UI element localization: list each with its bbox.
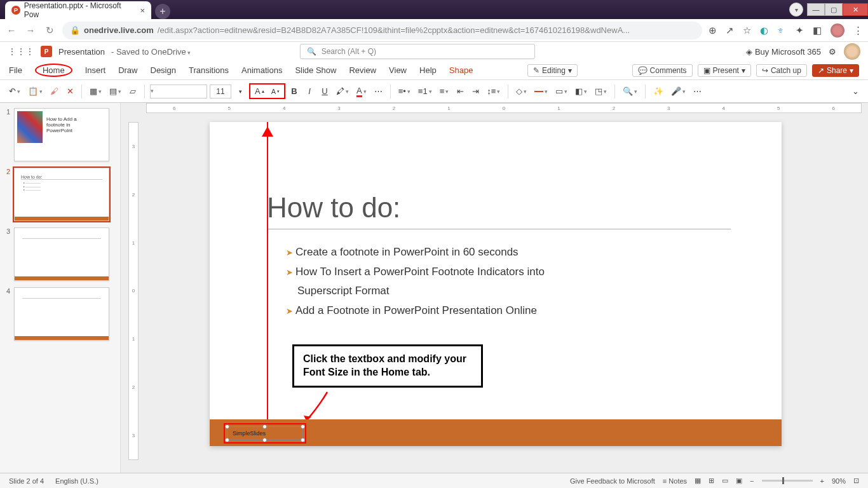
zoom-out-icon[interactable]: − xyxy=(750,477,754,485)
tab-review[interactable]: Review xyxy=(349,64,376,76)
tab-animations[interactable]: Animations xyxy=(241,64,282,76)
tab-design[interactable]: Design xyxy=(151,64,176,76)
underline-button[interactable]: U xyxy=(318,85,331,97)
catchup-button[interactable]: ↪ Catch up xyxy=(756,64,807,77)
new-tab-button[interactable]: + xyxy=(155,4,170,19)
tab-slideshow[interactable]: Slide Show xyxy=(295,64,336,76)
present-button[interactable]: ▣ Present ▾ xyxy=(698,64,751,77)
tab-draw[interactable]: Draw xyxy=(118,64,137,76)
quick-styles-button[interactable]: ◳ xyxy=(592,85,609,97)
undo-button[interactable]: ↶ xyxy=(6,85,23,97)
view-sorter-icon[interactable]: ⊞ xyxy=(709,477,714,485)
app-launcher-icon[interactable]: ⋮⋮⋮ xyxy=(8,46,34,57)
feedback-link[interactable]: Give Feedback to Microsoft xyxy=(570,477,655,485)
slide-canvas-area[interactable]: 6543210123456 3210123 How to do: ➤Create… xyxy=(121,103,868,473)
zoom-in-icon[interactable]: + xyxy=(820,477,824,485)
bold-button[interactable]: B xyxy=(288,85,301,97)
slide-count-label[interactable]: Slide 2 of 4 xyxy=(9,477,44,485)
ribbon-collapse-icon[interactable]: ⌄ xyxy=(849,85,862,97)
tab-transitions[interactable]: Transitions xyxy=(189,64,229,76)
tab-home[interactable]: Home xyxy=(35,64,72,77)
find-button[interactable]: 🔍 xyxy=(620,85,640,97)
tab-view[interactable]: View xyxy=(389,64,407,76)
slide-title-text[interactable]: How to do: xyxy=(267,192,731,229)
window-close[interactable]: ✕ xyxy=(843,3,868,16)
layout-button[interactable]: ▤ xyxy=(107,85,124,97)
slide-body-text[interactable]: ➤Create a footnote in PowerPoint in 60 s… xyxy=(286,243,545,320)
zoom-slider[interactable] xyxy=(762,480,813,482)
toolbar-overflow-icon[interactable]: ⋯ xyxy=(691,85,704,97)
view-normal-icon[interactable]: ▦ xyxy=(695,477,701,485)
footnote-text[interactable]: SimpleSlides xyxy=(226,430,266,437)
grow-font-button[interactable]: A▴ xyxy=(252,85,267,97)
font-size-dropdown[interactable]: ▾ xyxy=(234,87,247,96)
font-color-button[interactable]: A xyxy=(354,85,369,98)
slide-editor[interactable]: How to do: ➤Create a footnote in PowerPo… xyxy=(210,122,782,446)
window-minimize[interactable]: — xyxy=(807,3,825,16)
zoom-icon[interactable]: ⊕ xyxy=(709,25,717,36)
delete-icon[interactable]: ✕ xyxy=(64,85,76,97)
language-label[interactable]: English (U.S.) xyxy=(55,477,98,485)
arrange-button[interactable]: ◧ xyxy=(573,85,590,97)
tab-shape[interactable]: Shape xyxy=(449,64,473,76)
ext-icon-1[interactable]: ◐ xyxy=(760,25,768,36)
format-painter-icon[interactable]: 🖌 xyxy=(48,85,61,97)
share-url-icon[interactable]: ↗ xyxy=(726,25,734,36)
browser-menu-icon[interactable]: ⋮ xyxy=(853,25,863,36)
shape-outline-button[interactable]: ▭ xyxy=(553,85,570,97)
extensions-icon[interactable]: ✦ xyxy=(796,25,804,36)
indent-increase-icon[interactable]: ⇥ xyxy=(469,85,482,97)
designer-icon[interactable]: ✨ xyxy=(651,85,666,97)
zoom-level[interactable]: 90% xyxy=(832,477,846,485)
search-box[interactable]: 🔍 Search (Alt + Q) xyxy=(300,44,535,59)
cast-icon[interactable]: ᯤ xyxy=(777,25,787,36)
slide-thumb-3[interactable] xyxy=(14,227,109,281)
tab-file[interactable]: File xyxy=(9,64,22,76)
shape-fill-button[interactable] xyxy=(532,87,550,96)
paste-button[interactable]: 📋 xyxy=(25,85,45,97)
tab-insert[interactable]: Insert xyxy=(85,64,106,76)
nav-back-icon[interactable]: ← xyxy=(5,25,18,36)
more-font-icon[interactable]: ⋯ xyxy=(372,85,385,97)
line-spacing-button[interactable]: ↕≡ xyxy=(484,85,503,97)
nav-reload-icon[interactable]: ↻ xyxy=(43,25,56,36)
settings-gear-icon[interactable]: ⚙ xyxy=(829,47,836,57)
buy-m365-link[interactable]: Buy Microsoft 365 xyxy=(746,47,821,57)
dictate-button[interactable]: 🎤 xyxy=(668,85,688,97)
new-slide-button[interactable]: ▦ xyxy=(87,85,104,97)
shapes-button[interactable]: ◇ xyxy=(513,85,529,97)
reset-button[interactable]: ▱ xyxy=(126,85,139,97)
italic-button[interactable]: I xyxy=(303,85,316,97)
bookmark-icon[interactable]: ☆ xyxy=(743,25,751,36)
slide-thumbnail-panel[interactable]: 1 How to Add afootnote inPowerPoint 2 Ho… xyxy=(0,103,121,473)
chrome-account-icon[interactable]: ▾ xyxy=(789,3,803,17)
url-field[interactable]: 🔒 onedrive.live.com /edit.aspx?action=ed… xyxy=(62,22,702,39)
save-status[interactable]: - Saved to OneDrive xyxy=(111,47,191,57)
editing-mode-button[interactable]: ✎ Editing ▾ xyxy=(527,64,578,77)
browser-tab-active[interactable]: P Presentation.pptx - Microsoft Pow × xyxy=(5,1,151,19)
tab-help[interactable]: Help xyxy=(419,64,437,76)
comments-button[interactable]: 💬 Comments xyxy=(632,64,693,77)
highlight-button[interactable]: 🖍 xyxy=(334,85,351,97)
share-button[interactable]: ↗ Share ▾ xyxy=(812,64,859,77)
nav-forward-icon[interactable]: → xyxy=(24,25,37,36)
window-maximize[interactable]: ▢ xyxy=(825,3,843,16)
font-family-select[interactable] xyxy=(150,85,207,98)
tab-close-icon[interactable]: × xyxy=(140,6,145,15)
notes-toggle[interactable]: ≡ Notes xyxy=(663,477,687,485)
bullets-button[interactable]: ≡• xyxy=(396,85,413,97)
browser-avatar[interactable] xyxy=(831,24,844,37)
align-button[interactable]: ≡ xyxy=(437,85,452,97)
indent-decrease-icon[interactable]: ⇤ xyxy=(454,85,466,97)
shrink-font-button[interactable]: A▾ xyxy=(269,85,282,97)
view-reading-icon[interactable]: ▭ xyxy=(722,477,728,485)
view-slideshow-icon[interactable]: ▣ xyxy=(736,477,742,485)
footnote-textbox-selected[interactable]: SimpleSlides xyxy=(224,423,306,444)
slide-thumb-2[interactable]: How to do: ▸ ——————▸ ——————▸ —————— xyxy=(14,168,109,221)
sidepanel-icon[interactable]: ◧ xyxy=(813,25,822,36)
numbering-button[interactable]: ≡1 xyxy=(416,85,435,97)
font-size-input[interactable]: 11 xyxy=(210,85,231,98)
fit-to-window-icon[interactable]: ⊡ xyxy=(853,477,859,485)
doc-name[interactable]: Presentation xyxy=(58,47,105,57)
slide-thumb-4[interactable] xyxy=(14,287,109,341)
